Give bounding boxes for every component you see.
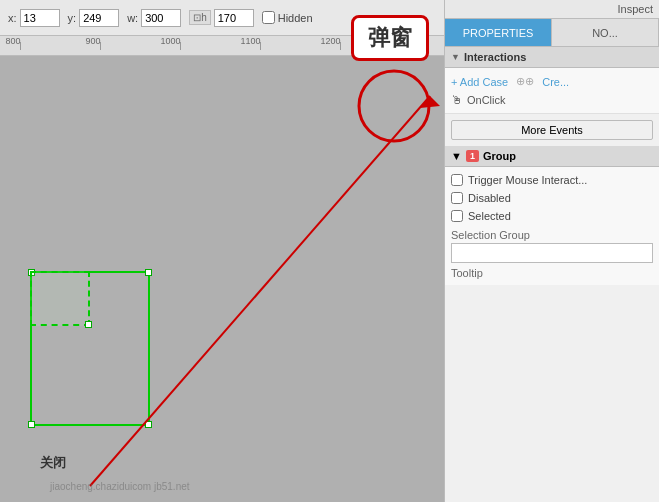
tab-notes[interactable]: NO... — [552, 19, 659, 46]
disabled-row: Disabled — [451, 189, 653, 207]
group-label: Group — [483, 150, 516, 162]
ruler-mark-1200: 1200 — [340, 36, 341, 50]
create-link[interactable]: Cre... — [542, 76, 569, 88]
right-panel: Inspect PROPERTIES NO... ▼ Interactions … — [444, 0, 659, 502]
onclick-row: 🖱 OnClick — [451, 91, 653, 109]
x-input[interactable] — [20, 9, 60, 27]
interactions-label: Interactions — [464, 51, 526, 63]
popup-text: 弹窗 — [368, 25, 412, 50]
y-label: y: — [68, 12, 77, 24]
interactions-section-header: ▼ Interactions — [445, 47, 659, 68]
h-icon: ⊡h — [189, 10, 211, 25]
handle-inner-br[interactable] — [85, 321, 92, 328]
interactions-chevron: ▼ — [451, 52, 460, 62]
trigger-mouse-row: Trigger Mouse Interact... — [451, 171, 653, 189]
ruler-mark-900: 900 — [100, 36, 101, 50]
hidden-checkbox[interactable] — [262, 11, 275, 24]
group-badge: 1 — [466, 150, 479, 162]
ruler-mark-1000: 1000 — [180, 36, 181, 50]
interactions-content: + Add Case ⊕⊕ Cre... 🖱 OnClick — [445, 68, 659, 114]
ruler-mark-800: 800 — [20, 36, 21, 50]
svg-marker-1 — [420, 96, 440, 108]
tooltip-label: Tooltip — [451, 263, 653, 281]
close-label: 关闭 — [40, 454, 66, 472]
add-case-link[interactable]: + Add Case — [451, 76, 508, 88]
handle-br[interactable] — [145, 421, 152, 428]
canvas-area: 关闭 — [0, 56, 444, 502]
w-label: w: — [127, 12, 138, 24]
canvas-content: 关闭 — [0, 56, 444, 502]
onclick-icon: 🖱 — [451, 93, 463, 107]
selection-group-label: Selection Group — [451, 225, 653, 243]
disabled-checkbox[interactable] — [451, 192, 463, 204]
red-circle-svg — [354, 66, 434, 146]
x-field: x: — [8, 9, 60, 27]
h-field: ⊡h — [189, 9, 254, 27]
selected-checkbox[interactable] — [451, 210, 463, 222]
selection-group-input[interactable] — [451, 243, 653, 263]
selected-row: Selected — [451, 207, 653, 225]
y-input[interactable] — [79, 9, 119, 27]
trigger-mouse-checkbox[interactable] — [451, 174, 463, 186]
more-events-button[interactable]: More Events — [451, 120, 653, 140]
group-chevron: ▼ — [451, 150, 462, 162]
group-section-content: Trigger Mouse Interact... Disabled Selec… — [445, 167, 659, 285]
group-section-header: ▼ 1 Group — [445, 146, 659, 167]
handle-bl[interactable] — [28, 421, 35, 428]
handle-tr[interactable] — [145, 269, 152, 276]
panel-body: ▼ Interactions + Add Case ⊕⊕ Cre... 🖱 On… — [445, 47, 659, 502]
x-label: x: — [8, 12, 17, 24]
add-case-row: + Add Case ⊕⊕ Cre... — [451, 72, 653, 91]
inspector-header: Inspect — [445, 0, 659, 19]
green-box-inner — [30, 271, 90, 326]
w-field: w: — [127, 9, 181, 27]
hidden-label: Hidden — [278, 12, 313, 24]
separator: ⊕⊕ — [516, 75, 534, 88]
onclick-label: OnClick — [467, 94, 506, 106]
inspector-tabs: PROPERTIES NO... — [445, 19, 659, 47]
disabled-label: Disabled — [468, 192, 511, 204]
svg-point-2 — [359, 71, 429, 141]
hidden-checkbox-row: Hidden — [262, 11, 313, 24]
trigger-mouse-label: Trigger Mouse Interact... — [468, 174, 587, 186]
watermark: jiaocheng.chaziduicom jb51.net — [50, 481, 190, 492]
watermark-text: jiaocheng.chaziduicom jb51.net — [50, 481, 190, 492]
selected-label: Selected — [468, 210, 511, 222]
y-field: y: — [68, 9, 120, 27]
popup-bubble: 弹窗 — [351, 15, 429, 61]
tab-properties[interactable]: PROPERTIES — [445, 19, 552, 46]
w-input[interactable] — [141, 9, 181, 27]
ruler-mark-1100: 1100 — [260, 36, 261, 50]
h-input[interactable] — [214, 9, 254, 27]
